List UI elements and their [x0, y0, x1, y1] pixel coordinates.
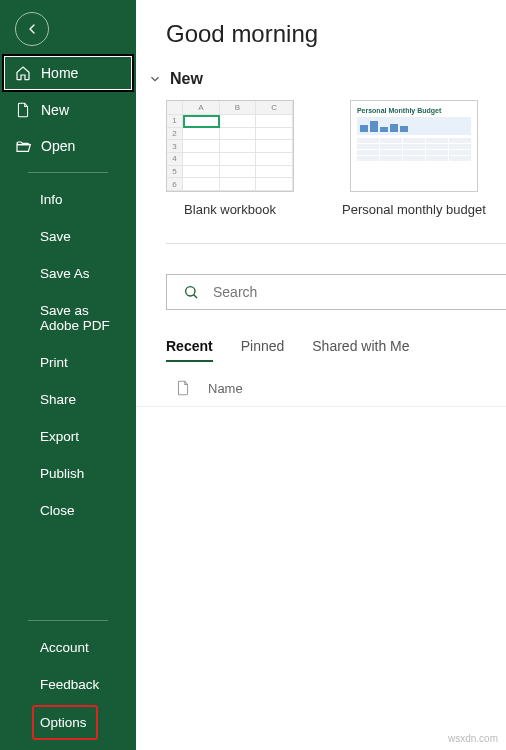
nav-save-as[interactable]: Save As — [0, 255, 136, 292]
template-budget-label: Personal monthly budget — [342, 202, 486, 217]
tab-shared[interactable]: Shared with Me — [312, 338, 409, 362]
new-section-title: New — [170, 70, 203, 88]
svg-line-2 — [194, 295, 197, 298]
nav-options[interactable]: Options — [32, 705, 98, 740]
nav-save[interactable]: Save — [0, 218, 136, 255]
nav-new[interactable]: New — [0, 92, 136, 128]
template-personal-monthly-budget[interactable]: Personal Monthly Budget Personal monthly… — [342, 100, 486, 217]
template-budget-thumb: Personal Monthly Budget — [350, 100, 478, 192]
nav-account[interactable]: Account — [0, 629, 136, 666]
column-name: Name — [208, 381, 243, 396]
template-gallery: ABC 1 2 3 4 5 6 Blank workbook Personal … — [136, 100, 506, 217]
nav-feedback[interactable]: Feedback — [0, 666, 136, 703]
new-section-toggle[interactable]: New — [136, 62, 506, 100]
chevron-down-icon — [148, 72, 162, 86]
nav-open-label: Open — [41, 138, 75, 154]
nav-info[interactable]: Info — [0, 181, 136, 218]
svg-point-1 — [186, 287, 195, 296]
file-list-header: Name — [136, 362, 506, 407]
nav-publish[interactable]: Publish — [0, 455, 136, 492]
nav-share[interactable]: Share — [0, 381, 136, 418]
open-icon — [15, 138, 31, 154]
home-icon — [15, 65, 31, 81]
watermark: wsxdn.com — [448, 733, 498, 744]
template-blank-thumb: ABC 1 2 3 4 5 6 — [166, 100, 294, 192]
recent-tabs: Recent Pinned Shared with Me — [136, 310, 506, 362]
new-icon — [15, 102, 31, 118]
nav-print[interactable]: Print — [0, 344, 136, 381]
back-button[interactable] — [15, 12, 49, 46]
template-blank-workbook[interactable]: ABC 1 2 3 4 5 6 Blank workbook — [166, 100, 294, 217]
nav-export[interactable]: Export — [0, 418, 136, 455]
file-icon — [176, 380, 190, 396]
sidebar-divider-top — [28, 172, 108, 173]
template-blank-label: Blank workbook — [184, 202, 276, 217]
nav-home[interactable]: Home — [4, 56, 132, 90]
nav-open[interactable]: Open — [0, 128, 136, 164]
nav-new-label: New — [41, 102, 69, 118]
backstage-sidebar: Home New Open Info Save Save As Save as … — [0, 0, 136, 750]
search-input[interactable] — [213, 284, 490, 300]
nav-home-label: Home — [41, 65, 78, 81]
arrow-left-icon — [24, 21, 40, 37]
nav-save-as-adobe-pdf[interactable]: Save as Adobe PDF — [0, 292, 136, 344]
main-pane: Good morning New ABC 1 2 3 4 5 6 — [136, 0, 506, 750]
search-icon — [183, 284, 199, 300]
search-bar[interactable] — [166, 274, 506, 310]
nav-close[interactable]: Close — [0, 492, 136, 529]
sidebar-divider-bottom — [28, 620, 108, 621]
page-title: Good morning — [136, 0, 506, 62]
tab-pinned[interactable]: Pinned — [241, 338, 285, 362]
section-divider — [166, 243, 506, 244]
tab-recent[interactable]: Recent — [166, 338, 213, 362]
